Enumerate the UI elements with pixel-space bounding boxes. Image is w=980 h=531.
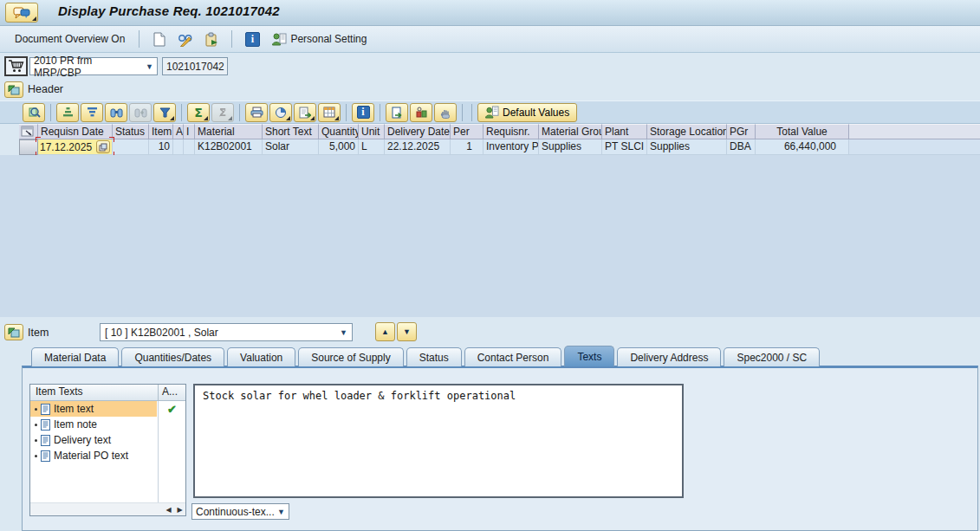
column-header-unit[interactable]: Unit	[359, 124, 385, 139]
filter-button[interactable]	[153, 103, 176, 122]
column-header-total-value[interactable]: Total Value	[756, 124, 849, 139]
chevron-down-icon: ▼	[340, 328, 347, 337]
column-header-requisnr[interactable]: Requisnr.	[484, 124, 539, 139]
tab-status[interactable]: Status	[406, 347, 462, 366]
column-header-short-text[interactable]: Short Text	[263, 124, 319, 139]
adopt-document-icon	[391, 107, 403, 119]
list-item-material-po-text[interactable]: Material PO text	[30, 448, 157, 463]
list-item-item-text[interactable]: Item text	[30, 401, 157, 417]
requisn-date-cell[interactable]: 17.12.2025	[38, 139, 113, 155]
tab-source-of-supply[interactable]: Source of Supply	[298, 347, 403, 366]
toolbar-separator	[50, 104, 51, 121]
requisnr-cell[interactable]: Inventory Pl	[484, 139, 539, 155]
unit-cell[interactable]: L	[359, 139, 385, 155]
text-format-select[interactable]: Continuous-tex... ▼	[191, 503, 289, 520]
adopt-button[interactable]	[386, 103, 408, 122]
a-cell[interactable]	[173, 139, 184, 155]
find-next-button[interactable]	[129, 103, 152, 122]
shopping-cart-button[interactable]	[4, 56, 28, 76]
total-value-cell[interactable]: 66,440,000	[756, 139, 849, 155]
column-header-item[interactable]: Item	[149, 124, 173, 139]
document-number-field[interactable]: 1021017042	[162, 57, 228, 75]
pgr-cell[interactable]: DBA	[727, 139, 756, 155]
list-horizontal-scrollbar[interactable]: ◀ ▶	[30, 502, 185, 515]
column-header-material[interactable]: Material	[195, 124, 263, 139]
column-header-status[interactable]: Status	[113, 124, 149, 139]
expand-header-button[interactable]	[4, 81, 23, 98]
column-header-plant[interactable]: Plant	[602, 124, 647, 139]
views-icon	[275, 107, 287, 119]
item-select[interactable]: [ 10 ] K12B02001 , Solar ▼	[100, 323, 353, 341]
choose-layout-button[interactable]	[318, 103, 341, 122]
abc-analysis-button[interactable]	[410, 103, 432, 122]
text-document-icon	[41, 435, 50, 446]
list-item-label: Material PO text	[54, 450, 128, 462]
grid-row-filler	[849, 139, 980, 155]
document-type-select[interactable]: 2010 PR frm MRP/CBP ▼	[29, 57, 158, 75]
default-values-button[interactable]: Default Values	[477, 103, 577, 122]
column-header-i[interactable]: I	[184, 124, 195, 139]
column-header-material-group[interactable]: Material Group	[539, 124, 602, 139]
scroll-right-button[interactable]: ▶	[174, 504, 185, 515]
sort-descending-button[interactable]	[81, 103, 103, 122]
views-button[interactable]	[269, 103, 292, 122]
grid-info-button[interactable]: i	[352, 103, 374, 122]
selection-focus-corner	[36, 137, 41, 142]
sum-button[interactable]: Σ	[187, 103, 210, 122]
item-section-row: Item [ 10 ] K12B02001 , Solar ▼ ▲ ▼	[0, 317, 980, 347]
tab-material-data[interactable]: Material Data	[31, 347, 119, 366]
display-change-button[interactable]	[175, 29, 196, 49]
per-cell[interactable]: 1	[451, 139, 484, 155]
column-header-requisn-date[interactable]: Requisn Date	[38, 124, 113, 139]
matchcode-button[interactable]	[96, 140, 110, 153]
storage-location-cell[interactable]: Supplies	[647, 139, 727, 155]
tab-texts[interactable]: Texts	[564, 346, 614, 366]
other-document-button[interactable]	[201, 29, 222, 49]
column-header-storage-location[interactable]: Storage Location	[647, 124, 727, 139]
list-item-item-note[interactable]: Item note	[30, 417, 157, 432]
column-header-pgr[interactable]: PGr	[727, 124, 756, 139]
toolbar-separator	[181, 104, 182, 121]
print-icon	[250, 107, 263, 118]
export-button[interactable]	[294, 103, 316, 122]
material-group-cell[interactable]: Supplies	[539, 139, 602, 155]
text-editor-content[interactable]: Stock solar for whel loader & forklift o…	[195, 385, 682, 406]
status-cell[interactable]	[113, 139, 149, 155]
search-button[interactable]	[23, 103, 45, 122]
quantity-cell[interactable]: 5,000	[319, 139, 359, 155]
tab-spec2000-sc[interactable]: Spec2000 / SC	[724, 347, 820, 366]
plant-cell[interactable]: PT SLCI	[602, 139, 647, 155]
new-document-button[interactable]	[149, 29, 170, 49]
tab-quantities-dates[interactable]: Quantities/Dates	[121, 347, 224, 366]
column-header-a[interactable]: A	[173, 124, 184, 139]
document-overview-button[interactable]: Document Overview On	[10, 30, 129, 48]
i-cell[interactable]	[184, 139, 195, 155]
short-text-cell[interactable]: Solar	[263, 139, 319, 155]
item-detail-tabstrip: Material Data Quantities/Dates Valuation…	[31, 347, 820, 366]
delivery-date-cell[interactable]: 22.12.2025	[385, 139, 451, 155]
info-button[interactable]: i	[242, 29, 263, 49]
column-header-per[interactable]: Per	[451, 124, 484, 139]
next-item-button[interactable]: ▼	[397, 322, 417, 341]
tab-contact-person[interactable]: Contact Person	[464, 347, 562, 366]
find-button[interactable]	[105, 103, 127, 122]
item-cell[interactable]: 10	[149, 139, 173, 155]
list-item-label: Item text	[54, 403, 94, 415]
material-cell[interactable]: K12B02001	[195, 139, 263, 155]
subtotal-button[interactable]: Σ̷	[211, 103, 234, 122]
print-button[interactable]	[245, 103, 268, 122]
collapse-item-button[interactable]	[4, 324, 23, 340]
gui-services-button[interactable]	[5, 3, 38, 23]
hold-button[interactable]	[434, 103, 457, 122]
personal-setting-button[interactable]: Personal Setting	[268, 29, 371, 49]
text-editor[interactable]: Stock solar for whel loader & forklift o…	[193, 384, 684, 498]
previous-item-button[interactable]: ▲	[375, 322, 395, 341]
sort-ascending-button[interactable]	[56, 103, 79, 122]
grid-empty-area	[0, 155, 980, 317]
column-header-quantity[interactable]: Quantity	[319, 124, 359, 139]
scroll-left-button[interactable]: ◀	[163, 504, 174, 515]
list-item-delivery-text[interactable]: Delivery text	[30, 432, 157, 448]
column-header-delivery-date[interactable]: Delivery Date	[385, 124, 451, 139]
tab-valuation[interactable]: Valuation	[227, 347, 295, 366]
tab-delivery-address[interactable]: Delivery Address	[617, 347, 721, 366]
